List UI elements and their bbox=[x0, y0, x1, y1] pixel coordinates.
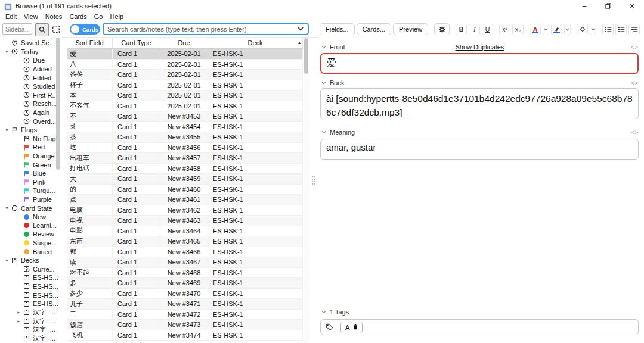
sidebar-item-curre[interactable]: Curre... bbox=[0, 264, 62, 273]
table-row[interactable]: 的Card 1New #3460ES-HSK-1 bbox=[67, 185, 303, 195]
table-row[interactable]: 不Card 1New #3453ES-HSK-1 bbox=[67, 111, 303, 122]
table-row[interactable]: 多少Card 1New #3470ES-HSK-1 bbox=[67, 289, 303, 300]
unordered-list-button[interactable] bbox=[602, 24, 614, 35]
italic-button[interactable]: I bbox=[469, 24, 480, 35]
expander-icon[interactable]: ▸ bbox=[15, 310, 23, 315]
superscript-button[interactable]: x² bbox=[499, 24, 510, 35]
menu-notes[interactable]: Notes bbox=[42, 13, 66, 20]
sidebar-item-blue[interactable]: Blue bbox=[0, 169, 62, 178]
sidebar-item-due[interactable]: Due bbox=[0, 56, 62, 65]
table-row[interactable]: 对不起Card 1New #3468ES-HSK-1 bbox=[67, 268, 303, 279]
sidebar-item-es-hs[interactable]: ES-HS... bbox=[0, 282, 62, 291]
table-row[interactable]: 电影Card 1New #3464ES-HSK-1 bbox=[67, 226, 303, 237]
preview-button[interactable]: Preview bbox=[393, 23, 428, 35]
table-row[interactable]: 二Card 1New #3472ES-HSK-1 bbox=[67, 310, 303, 320]
close-button[interactable]: × bbox=[620, 0, 644, 12]
sidebar-item-es-hs[interactable]: ES-HS... bbox=[0, 291, 62, 300]
table-row[interactable]: 八Card 12025-02-01ES-HSK-1 bbox=[67, 60, 303, 70]
html-editor-toggle-icon[interactable]: <> bbox=[631, 129, 638, 136]
text-color-button[interactable]: A bbox=[530, 24, 541, 35]
sidebar-item-es-hs[interactable]: ES-HS... bbox=[0, 273, 62, 282]
remove-formatting-button[interactable] bbox=[577, 24, 588, 35]
sidebar-item-edited[interactable]: Edited bbox=[0, 73, 62, 82]
sidebar-item-buried[interactable]: Buried bbox=[0, 247, 62, 256]
settings-button[interactable] bbox=[434, 23, 450, 35]
remove-formatting-dropdown[interactable] bbox=[590, 24, 596, 35]
panel-splitter-handle[interactable] bbox=[311, 176, 316, 188]
sidebar-item-added[interactable]: Added bbox=[0, 65, 62, 74]
menu-cards[interactable]: Cards bbox=[66, 13, 90, 20]
collapse-icon[interactable] bbox=[321, 310, 326, 314]
sidebar-item-learni[interactable]: Learni... bbox=[0, 221, 62, 230]
table-row[interactable]: 吃Card 1New #3456ES-HSK-1 bbox=[67, 143, 303, 154]
sidebar-item-flags[interactable]: ▾Flags bbox=[0, 126, 62, 135]
sidebar-item-汉字[interactable]: ▸汉字 -... bbox=[0, 317, 62, 326]
front-field-input[interactable]: 爱 bbox=[320, 53, 639, 74]
sidebar-item-purple[interactable]: Purple bbox=[0, 195, 62, 204]
table-row[interactable]: 点Card 1New #3461ES-HSK-1 bbox=[67, 195, 303, 205]
table-row[interactable]: 电脑Card 1New #3462ES-HSK-1 bbox=[67, 205, 303, 216]
indent-button[interactable] bbox=[628, 24, 640, 35]
table-row[interactable]: 不客气Card 12025-02-01ES-HSK-1 bbox=[67, 101, 303, 112]
table-row[interactable]: 本Card 12025-02-01ES-HSK-1 bbox=[67, 91, 303, 101]
sidebar-item-resch[interactable]: Resch... bbox=[0, 99, 62, 108]
table-row[interactable]: 打电话Card 1New #3458ES-HSK-1 bbox=[67, 164, 303, 174]
menu-edit[interactable]: Edit bbox=[2, 13, 20, 20]
menu-go[interactable]: Go bbox=[91, 13, 107, 20]
sidebar-item-汉字[interactable]: 汉字 -... bbox=[0, 334, 62, 343]
table-row[interactable]: 都Card 1New #3466ES-HSK-1 bbox=[67, 247, 303, 258]
fields-button[interactable]: Fields... bbox=[320, 23, 355, 35]
column-header-due[interactable]: Due bbox=[160, 38, 208, 48]
cards-notes-toggle[interactable]: Cards bbox=[70, 24, 100, 35]
table-row[interactable]: 爸爸Card 12025-02-01ES-HSK-1 bbox=[67, 70, 303, 80]
sidebar-search-button[interactable] bbox=[35, 23, 49, 36]
select-mode-button[interactable] bbox=[51, 24, 61, 35]
sidebar-item-pink[interactable]: Pink bbox=[0, 178, 62, 187]
table-row[interactable]: 电视Card 1New #3463ES-HSK-1 bbox=[67, 216, 303, 226]
delete-tag-icon[interactable] bbox=[353, 324, 358, 331]
table-row[interactable]: 菜Card 1New #3454ES-HSK-1 bbox=[67, 122, 303, 133]
table-row[interactable]: 儿子Card 1New #3471ES-HSK-1 bbox=[67, 299, 303, 310]
sidebar-item-today[interactable]: ▾Today bbox=[0, 48, 62, 57]
sidebar-item-card-state[interactable]: ▾Card State bbox=[0, 204, 62, 213]
table-row[interactable]: 飞机Card 1New #3474ES-HSK-1 bbox=[67, 330, 303, 341]
table-row[interactable]: 茶Card 1New #3455ES-HSK-1 bbox=[67, 132, 303, 143]
html-editor-toggle-icon[interactable]: <> bbox=[631, 80, 638, 86]
sidebar-item-new[interactable]: New bbox=[0, 213, 62, 222]
sidebar-item-orange[interactable]: Orange bbox=[0, 152, 62, 161]
table-scrollbar-track[interactable] bbox=[304, 38, 309, 343]
bold-button[interactable]: B bbox=[456, 24, 467, 35]
table-row[interactable]: 饭店Card 1New #3473ES-HSK-1 bbox=[67, 320, 303, 330]
restore-button[interactable] bbox=[596, 0, 620, 12]
subscript-button[interactable]: x₂ bbox=[512, 24, 524, 35]
sidebar-item-first-r[interactable]: First R... bbox=[0, 91, 62, 100]
sidebar-item-汉字[interactable]: 汉字 -... bbox=[0, 326, 62, 335]
highlight-color-button[interactable] bbox=[551, 24, 562, 35]
collapse-icon[interactable] bbox=[321, 130, 326, 135]
sidebar-item-green[interactable]: Green bbox=[0, 160, 62, 169]
sidebar-item-decks[interactable]: ▾Decks bbox=[0, 256, 62, 265]
sidebar-item-again[interactable]: Again bbox=[0, 108, 62, 117]
sidebar-item-turqu[interactable]: Turqu... bbox=[0, 186, 62, 195]
cards-button[interactable]: Cards... bbox=[357, 23, 392, 35]
sidebar-item-es-hs[interactable]: ES-HS... bbox=[0, 300, 62, 308]
table-row[interactable]: 大Card 1New #3459ES-HSK-1 bbox=[67, 174, 303, 185]
tags-box[interactable]: A bbox=[320, 319, 639, 335]
expander-icon[interactable]: ▾ bbox=[3, 49, 11, 54]
sidebar-filter-input[interactable] bbox=[2, 23, 32, 35]
sidebar-item-no-flag[interactable]: No Flag bbox=[0, 135, 62, 144]
table-row[interactable]: 杯子Card 12025-02-01ES-HSK-1 bbox=[67, 80, 303, 91]
html-editor-toggle-icon[interactable]: <> bbox=[631, 44, 638, 51]
sidebar-item-review[interactable]: Review bbox=[0, 230, 62, 239]
highlight-color-dropdown[interactable] bbox=[564, 24, 571, 35]
back-field-input[interactable]: ài [sound:hypertts-8e50d46d1e37101b4d242… bbox=[320, 88, 639, 119]
collapse-icon[interactable] bbox=[321, 45, 326, 49]
show-duplicates-link[interactable]: Show Duplicates bbox=[393, 43, 566, 51]
ordered-list-button[interactable] bbox=[615, 24, 627, 35]
sidebar-item-汉字[interactable]: ▸汉字 -... bbox=[0, 308, 62, 317]
sidebar-item-studied[interactable]: Studied bbox=[0, 82, 62, 91]
table-row[interactable]: 多Card 1New #3469ES-HSK-1 bbox=[67, 278, 303, 289]
search-history-dropdown[interactable] bbox=[293, 24, 308, 33]
table-row[interactable]: 爱Card 12025-02-01ES-HSK-1 bbox=[67, 49, 303, 60]
sidebar-item-overd[interactable]: Overd... bbox=[0, 117, 62, 126]
